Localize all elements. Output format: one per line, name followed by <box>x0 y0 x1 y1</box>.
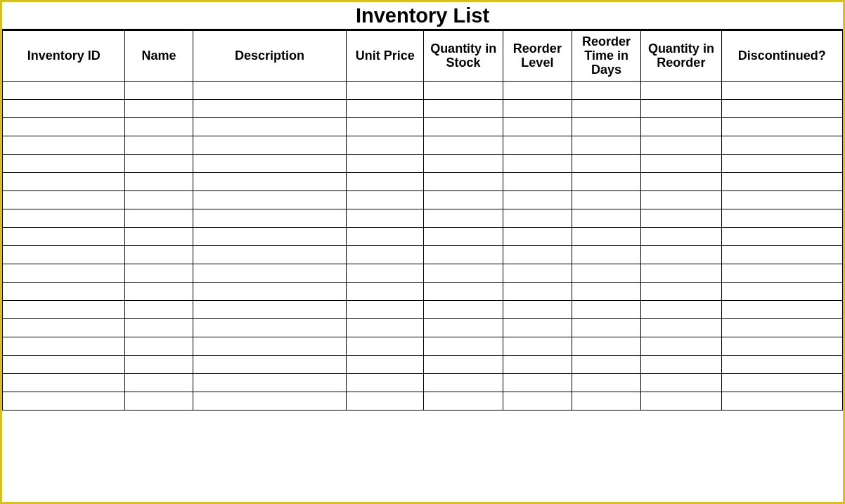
table-cell[interactable] <box>3 392 125 411</box>
table-cell[interactable] <box>125 136 193 155</box>
table-cell[interactable] <box>503 136 572 155</box>
table-cell[interactable] <box>193 392 347 411</box>
table-cell[interactable] <box>3 500 125 504</box>
table-cell[interactable] <box>347 209 424 228</box>
table-cell[interactable] <box>424 301 503 319</box>
table-cell[interactable] <box>572 356 641 374</box>
table-cell[interactable] <box>572 100 641 118</box>
table-cell[interactable] <box>3 337 125 356</box>
table-cell[interactable] <box>503 283 572 301</box>
table-cell[interactable] <box>3 82 125 100</box>
table-cell[interactable] <box>572 155 641 173</box>
table-cell[interactable] <box>347 264 424 283</box>
table-cell[interactable] <box>572 246 641 264</box>
table-cell[interactable] <box>193 209 347 228</box>
table-cell[interactable] <box>503 100 572 118</box>
table-cell[interactable] <box>503 433 572 455</box>
table-cell[interactable] <box>572 191 641 209</box>
table-cell[interactable] <box>721 433 842 455</box>
table-cell[interactable] <box>721 500 842 504</box>
table-cell[interactable] <box>572 209 641 228</box>
table-cell[interactable] <box>572 173 641 191</box>
table-cell[interactable] <box>641 356 721 374</box>
table-cell[interactable] <box>125 433 193 455</box>
table-cell[interactable] <box>347 100 424 118</box>
table-cell[interactable] <box>503 374 572 392</box>
table-cell[interactable] <box>3 246 125 264</box>
table-cell[interactable] <box>3 136 125 155</box>
table-cell[interactable] <box>424 319 503 337</box>
table-cell[interactable] <box>125 319 193 337</box>
table-cell[interactable] <box>641 337 721 356</box>
table-cell[interactable] <box>572 264 641 283</box>
table-cell[interactable] <box>641 82 721 100</box>
table-cell[interactable] <box>721 209 842 228</box>
table-cell[interactable] <box>721 246 842 264</box>
table-cell[interactable] <box>424 337 503 356</box>
table-cell[interactable] <box>503 500 572 504</box>
table-cell[interactable] <box>641 118 721 136</box>
table-cell[interactable] <box>721 264 842 283</box>
table-cell[interactable] <box>3 433 125 455</box>
table-cell[interactable] <box>424 191 503 209</box>
table-cell[interactable] <box>424 374 503 392</box>
table-cell[interactable] <box>193 191 347 209</box>
table-cell[interactable] <box>3 356 125 374</box>
table-cell[interactable] <box>424 264 503 283</box>
table-cell[interactable] <box>572 433 641 455</box>
table-cell[interactable] <box>3 100 125 118</box>
table-cell[interactable] <box>572 411 641 433</box>
table-cell[interactable] <box>3 173 125 191</box>
table-cell[interactable] <box>193 500 347 504</box>
table-cell[interactable] <box>193 118 347 136</box>
table-cell[interactable] <box>3 478 125 500</box>
table-cell[interactable] <box>3 209 125 228</box>
table-cell[interactable] <box>503 392 572 411</box>
table-cell[interactable] <box>721 356 842 374</box>
table-cell[interactable] <box>347 433 424 455</box>
table-cell[interactable] <box>721 478 842 500</box>
table-cell[interactable] <box>572 455 641 478</box>
table-cell[interactable] <box>193 411 347 433</box>
table-cell[interactable] <box>347 191 424 209</box>
table-cell[interactable] <box>572 118 641 136</box>
table-cell[interactable] <box>503 264 572 283</box>
table-cell[interactable] <box>193 264 347 283</box>
table-cell[interactable] <box>572 374 641 392</box>
table-cell[interactable] <box>721 392 842 411</box>
table-cell[interactable] <box>641 100 721 118</box>
table-cell[interactable] <box>572 478 641 500</box>
table-cell[interactable] <box>721 82 842 100</box>
table-cell[interactable] <box>125 264 193 283</box>
table-cell[interactable] <box>641 283 721 301</box>
table-cell[interactable] <box>125 155 193 173</box>
table-cell[interactable] <box>424 209 503 228</box>
table-cell[interactable] <box>503 173 572 191</box>
table-cell[interactable] <box>347 118 424 136</box>
table-cell[interactable] <box>641 319 721 337</box>
table-cell[interactable] <box>641 392 721 411</box>
table-cell[interactable] <box>721 455 842 478</box>
table-cell[interactable] <box>347 301 424 319</box>
table-cell[interactable] <box>572 283 641 301</box>
table-cell[interactable] <box>347 155 424 173</box>
table-cell[interactable] <box>3 455 125 478</box>
table-cell[interactable] <box>424 433 503 455</box>
table-cell[interactable] <box>347 319 424 337</box>
table-cell[interactable] <box>193 455 347 478</box>
table-cell[interactable] <box>721 228 842 246</box>
table-cell[interactable] <box>721 173 842 191</box>
table-cell[interactable] <box>721 337 842 356</box>
table-cell[interactable] <box>572 82 641 100</box>
table-cell[interactable] <box>3 228 125 246</box>
table-cell[interactable] <box>721 118 842 136</box>
table-cell[interactable] <box>347 246 424 264</box>
table-cell[interactable] <box>3 155 125 173</box>
table-cell[interactable] <box>503 228 572 246</box>
table-cell[interactable] <box>641 301 721 319</box>
table-cell[interactable] <box>641 500 721 504</box>
table-cell[interactable] <box>3 264 125 283</box>
table-cell[interactable] <box>424 155 503 173</box>
table-cell[interactable] <box>424 356 503 374</box>
table-cell[interactable] <box>424 82 503 100</box>
